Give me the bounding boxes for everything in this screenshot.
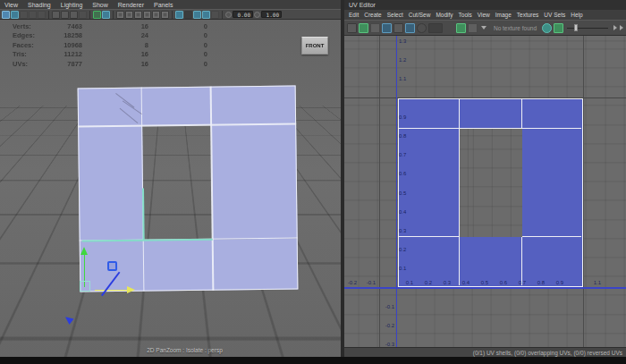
menu-image[interactable]: Image [495, 12, 512, 18]
image-plane-icon[interactable] [38, 11, 46, 19]
exposure-icon[interactable] [225, 12, 232, 18]
camera-attributes-icon[interactable] [20, 11, 28, 19]
v-axis-tick-label: 1.2 [399, 57, 406, 63]
slider-thumb[interactable] [574, 24, 578, 31]
menu-show[interactable]: Show [92, 2, 108, 8]
lock-camera-icon[interactable] [11, 11, 19, 19]
bake-texture-icon[interactable] [554, 23, 563, 33]
menu-renderer[interactable]: Renderer [118, 2, 144, 8]
menu-shading[interactable]: Shading [28, 2, 51, 8]
toolbar-separator [113, 11, 114, 19]
uv-unit-boundary-v [583, 36, 584, 347]
v-axis-tick-label: 1.3 [399, 38, 406, 45]
hud-selected: 16 [82, 60, 148, 68]
resolution-gate-icon[interactable] [70, 11, 78, 19]
viewport-canvas[interactable]: Verts: 7463 16 0 Edges: 18258 24 0 Faces… [0, 20, 343, 357]
maya-workspace: View Shading Lighting Show Renderer Pane… [0, 0, 626, 364]
hud-row-faces: Faces: 10968 8 0 [13, 40, 207, 50]
grid-toggle-icon[interactable] [52, 11, 60, 19]
frame-mesh[interactable] [78, 86, 299, 292]
menu-cut-sew[interactable]: Cut/Sew [409, 12, 431, 18]
menu-textures[interactable]: Textures [517, 12, 539, 18]
shaded-uvs-icon[interactable] [405, 23, 415, 33]
texture-checker-icon[interactable] [468, 23, 478, 33]
isolate-select-icon[interactable] [175, 11, 183, 19]
toolbar-separator [222, 11, 223, 19]
select-camera-icon[interactable] [2, 11, 10, 19]
hud-total: 7877 [48, 60, 82, 68]
refresh-texture-icon[interactable] [542, 23, 552, 33]
xray-joints-icon[interactable] [193, 11, 201, 19]
textured-mode-icon[interactable] [102, 11, 110, 19]
gamma-icon[interactable] [254, 12, 260, 18]
pan-zoom-icon[interactable] [347, 23, 357, 33]
uv-shell-stats-text: (0/1) UV shells, (0/0) overlapping UVs, … [473, 350, 622, 356]
hypershade-layout-icon[interactable] [161, 11, 169, 19]
film-gate-icon[interactable] [61, 11, 69, 19]
texture-status-label[interactable]: No texture found [494, 25, 537, 31]
shadows-toggle-icon[interactable] [211, 11, 219, 19]
lighting-toggle-icon[interactable] [202, 11, 210, 19]
exposure-field[interactable]: 0.00 [233, 11, 253, 18]
window-bottom-edge [0, 357, 626, 364]
manipulator-y-arrow-icon[interactable] [80, 247, 88, 255]
manipulator-x-axis[interactable] [95, 290, 127, 292]
image-dim-slider[interactable] [567, 23, 608, 32]
uv-grid-icon[interactable] [359, 23, 368, 33]
two-pane-layout-icon[interactable] [125, 11, 133, 19]
split-layout-icon[interactable] [152, 11, 160, 19]
v-axis-tick-label: 0.5 [399, 190, 406, 197]
poly-count-hud: Verts: 7463 16 0 Edges: 18258 24 0 Faces… [13, 21, 207, 69]
gate-mask-icon[interactable] [79, 11, 87, 19]
view-range-icon[interactable] [428, 23, 443, 33]
u-axis-tick-label: 0.1 [402, 280, 413, 286]
toolbar-separator [48, 11, 49, 19]
front-camera-bookmark-button[interactable]: FRONT [301, 37, 328, 55]
uv-shell-hole [460, 129, 522, 237]
toolbar-separator [89, 11, 90, 19]
menu-create[interactable]: Create [364, 12, 382, 18]
selected-face-handle[interactable] [107, 261, 117, 271]
menu-select[interactable]: Select [387, 12, 403, 18]
menu-tools[interactable]: Tools [459, 12, 472, 18]
expand-toolbar-icon[interactable] [620, 25, 623, 30]
hud-row-edges: Edges: 18258 24 0 [13, 31, 207, 41]
four-pane-layout-icon[interactable] [134, 11, 142, 19]
outliner-layout-icon[interactable] [143, 11, 151, 19]
menu-view[interactable]: View [478, 12, 490, 18]
gamma-field[interactable]: 1.00 [261, 11, 282, 18]
flip-uv-icon[interactable] [370, 23, 380, 33]
texture-dropdown-icon[interactable] [481, 26, 486, 30]
uv-brightness-icon[interactable] [417, 23, 427, 33]
wireframe-on-shaded-icon[interactable] [93, 11, 101, 19]
hud-label: Faces: [13, 41, 48, 49]
menu-view[interactable]: View [4, 2, 18, 8]
menu-panels[interactable]: Panels [154, 2, 173, 8]
menu-lighting[interactable]: Lighting [61, 2, 83, 8]
menu-help[interactable]: Help [571, 12, 582, 18]
expand-toolbar-icon[interactable] [613, 25, 617, 30]
menu-modify[interactable]: Modify [436, 12, 453, 18]
checker-map-icon[interactable] [382, 23, 392, 33]
uv-shell[interactable] [398, 98, 583, 287]
hud-total: 7463 [48, 22, 82, 30]
u-axis-tick-label: 0.8 [533, 280, 545, 286]
single-pane-layout-icon[interactable] [116, 11, 124, 19]
texture-image-icon[interactable] [456, 23, 466, 33]
menu-edit[interactable]: Edit [349, 12, 359, 18]
u-axis-tick-label: 0.9 [552, 280, 563, 286]
manipulator-x-arrow-icon[interactable] [127, 286, 135, 293]
uv-canvas[interactable]: 1.31.21.10.90.80.70.60.50.40.30.20.1-0.1… [344, 36, 626, 347]
hud-extra: 0 [148, 41, 207, 49]
uv-distortion-icon[interactable] [393, 23, 403, 33]
uv-editor-titlebar[interactable]: UV Editor [344, 0, 626, 10]
uv-editor-menubar: Edit Create Select Cut/Sew Modify Tools … [344, 10, 626, 20]
menu-uv-sets[interactable]: UV Sets [544, 12, 565, 18]
manipulator-center-handle[interactable] [80, 281, 90, 292]
v-axis-tick-label: 1.1 [399, 76, 406, 82]
xray-icon[interactable] [184, 11, 192, 19]
u-axis-tick-label: 0.4 [458, 280, 470, 286]
hud-extra: 0 [148, 50, 207, 58]
v-axis-tick-label: 0.9 [399, 114, 406, 121]
bookmarks-icon[interactable] [29, 11, 37, 19]
